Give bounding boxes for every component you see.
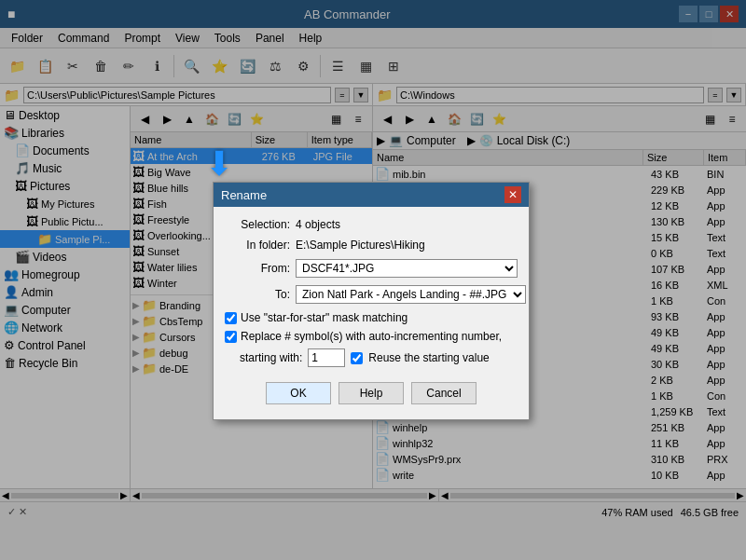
start-with-row: starting with: Reuse the starting value [240, 348, 518, 367]
rename-dialog: Rename ✕ Selection: 4 objects In folder:… [213, 182, 530, 420]
check1-checkbox[interactable] [225, 312, 237, 324]
reuse-label: Reuse the starting value [368, 351, 489, 364]
to-input[interactable]: Zion Natl Park - Angels Landing - ##.JPG [296, 285, 526, 304]
from-row: From: DSCF41*.JPG [225, 259, 518, 278]
to-label: To: [225, 288, 290, 301]
start-value-input[interactable] [308, 348, 345, 367]
dialog-title-bar: Rename ✕ [214, 183, 529, 207]
from-label: From: [225, 262, 290, 275]
check1-row: Use "star-for-star" mask matching [225, 311, 518, 324]
dialog-buttons: OK Help Cancel [225, 375, 518, 408]
check2-label: Replace # symbol(s) with auto-incrementi… [241, 330, 502, 343]
check2-row: Replace # symbol(s) with auto-incrementi… [225, 330, 518, 343]
start-label: starting with: [240, 351, 302, 364]
selection-label: Selection: [225, 218, 290, 231]
check2-checkbox[interactable] [225, 331, 237, 343]
reuse-checkbox[interactable] [351, 352, 363, 364]
dialog-close-button[interactable]: ✕ [504, 186, 521, 203]
from-input[interactable]: DSCF41*.JPG [296, 259, 518, 278]
folder-value: E:\Sample Pictures\Hiking [296, 239, 425, 252]
selection-value: 4 objects [296, 218, 340, 231]
dialog-overlay: ⬇ Rename ✕ Selection: 4 objects In folde… [0, 0, 746, 560]
cancel-button[interactable]: Cancel [411, 382, 477, 404]
dialog-body: Selection: 4 objects In folder: E:\Sampl… [214, 207, 529, 419]
folder-row: In folder: E:\Sample Pictures\Hiking [225, 239, 518, 252]
to-row: To: Zion Natl Park - Angels Landing - ##… [225, 285, 518, 304]
drop-arrow-indicator: ⬇ [205, 144, 233, 184]
selection-row: Selection: 4 objects [225, 218, 518, 231]
check1-label: Use "star-for-star" mask matching [241, 311, 408, 324]
folder-label: In folder: [225, 239, 290, 252]
ok-button[interactable]: OK [266, 382, 331, 404]
help-button[interactable]: Help [338, 382, 404, 404]
dialog-title-text: Rename [221, 188, 267, 202]
